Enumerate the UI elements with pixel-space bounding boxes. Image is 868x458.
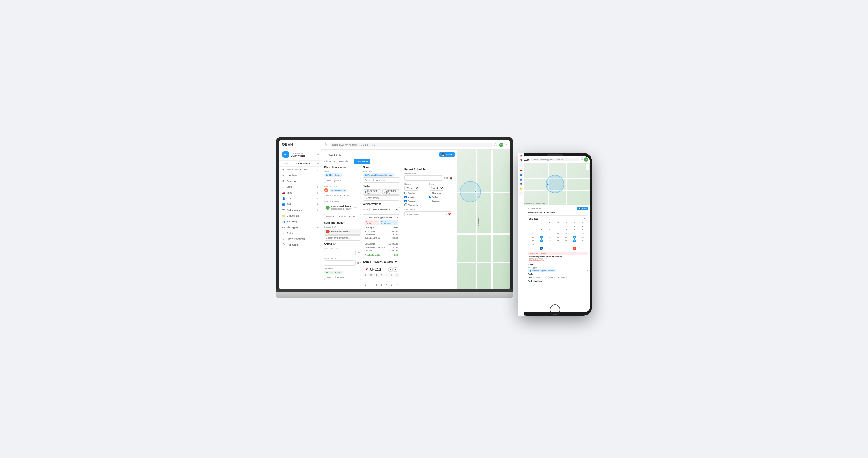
cal-prev-button[interactable]: ‹ xyxy=(389,267,393,271)
p-cal-day-cell[interactable]: 28 xyxy=(562,239,570,243)
care-plan-task-chip[interactable]: 👤 CARE PLAN TA... xyxy=(363,189,381,195)
sidebar-item-scheduling[interactable]: ⊞ Scheduling xyxy=(279,178,321,184)
sidebar-item-documents[interactable]: 📁 Documents xyxy=(279,213,321,219)
sidebar-item-clients[interactable]: 👤 Clients + xyxy=(279,196,321,201)
p-cal-day-cell[interactable]: 12 xyxy=(546,232,554,235)
p-cal-next-cell[interactable]: 1 xyxy=(537,247,545,250)
p-cal-day-cell[interactable]: 11 xyxy=(537,232,545,235)
sidebar-item-super-admin[interactable]: ⊞ Super Administrator ⌄⌄ xyxy=(279,167,321,172)
p-cal-day-cell[interactable]: 14 xyxy=(562,232,570,235)
sidebar-item-staff[interactable]: 👥 Staff + xyxy=(279,201,321,207)
scheduled-start-input[interactable]: 04 : 00 PM xyxy=(324,250,355,255)
p-cal-day-cell[interactable]: 31 xyxy=(529,243,537,247)
cal-day-cell[interactable]: 9 xyxy=(395,282,400,287)
sidebar-item-reporting[interactable]: 📊 Reporting xyxy=(279,219,321,225)
p-cal-day-cell[interactable]: 23 xyxy=(579,235,587,239)
sidebar-item-dashboard[interactable]: ⊟ Dashboard xyxy=(279,172,321,178)
group-selector[interactable]: Group: GEōH Demo ▾ xyxy=(279,161,321,167)
cal-next-button[interactable]: › xyxy=(393,267,397,271)
p-cal-day-cell[interactable]: 24 xyxy=(529,239,537,243)
p-cal-day-cell[interactable]: 9 xyxy=(579,228,587,232)
p-cal-day-cell[interactable]: 21 xyxy=(562,235,570,239)
p-cal-day-cell[interactable]: 25 xyxy=(537,239,545,243)
user-chevron-icon[interactable]: ▾ xyxy=(317,154,318,156)
expand-icon[interactable]: ⌄⌄ xyxy=(314,168,318,171)
cal-day-cell[interactable]: 3 xyxy=(363,282,368,287)
new-visit-button[interactable]: New Visit xyxy=(337,159,351,164)
back-link[interactable]: ← New Series xyxy=(324,153,341,156)
cal-day-cell[interactable]: 4 xyxy=(368,282,374,287)
p-cal-day-cell[interactable]: 5 xyxy=(546,228,554,232)
monday-checkbox[interactable] xyxy=(404,196,407,198)
p-cal-day-cell[interactable]: 15 xyxy=(570,232,579,235)
next-auth-button[interactable]: › xyxy=(397,216,398,219)
end-series-input[interactable] xyxy=(406,213,442,216)
remove-staff-button[interactable]: ✕ xyxy=(357,230,359,233)
friday-checkbox[interactable] xyxy=(429,196,431,198)
cal-day-cell[interactable]: 2 xyxy=(395,277,400,282)
add-visit-icon[interactable]: + xyxy=(317,185,318,189)
visit-type-task-chip[interactable]: ◎ VISIT TYPE TA... xyxy=(382,189,400,195)
visit-type-chip[interactable]: Personal Support Services xyxy=(363,173,395,177)
add-auth-icon[interactable]: + xyxy=(317,208,318,211)
cal-day-cell[interactable]: 7 xyxy=(384,282,389,287)
clear-end-series-button[interactable]: ✕ xyxy=(445,213,448,216)
sidebar-item-authorizations[interactable]: 🛡 Authorizations + xyxy=(279,207,321,213)
staff-search-input[interactable] xyxy=(324,235,361,240)
cal-day-cell[interactable]: 14 xyxy=(384,287,389,290)
search-groups-input[interactable] xyxy=(324,178,361,183)
phone-save-button[interactable]: 💾 SAVE xyxy=(577,207,588,210)
group-chip[interactable]: GEōH Demo xyxy=(324,173,342,177)
p-cal-next-cell[interactable]: 6 xyxy=(579,247,587,250)
save-button[interactable]: 💾 SAVE xyxy=(439,152,455,157)
sidebar-item-visit-types[interactable]: 🏷 Visit Types + xyxy=(279,225,321,230)
p-cal-day-cell[interactable]: 17 xyxy=(529,235,537,239)
phone-expand-btn[interactable]: ⛶ xyxy=(586,164,589,170)
p-cal-day-cell[interactable]: 16 xyxy=(579,232,587,235)
p-cal-day-cell[interactable]: 26 xyxy=(546,239,554,243)
p-cal-day-cell[interactable]: 4 xyxy=(537,228,545,232)
p-cal-day-cell[interactable]: 1 xyxy=(570,224,579,228)
tasks-search-input[interactable] xyxy=(363,195,400,201)
new-series-button[interactable]: New Series xyxy=(353,159,370,164)
client-chip[interactable]: Autumn Chase xyxy=(329,189,347,192)
p-cal-day-cell[interactable]: 19 xyxy=(546,235,554,239)
cal-day-cell[interactable]: 5 xyxy=(374,282,379,287)
add-client-icon[interactable]: + xyxy=(317,197,318,200)
user-section[interactable]: DV GEōH Demo Dylan Vester ▾ xyxy=(279,149,321,161)
phone-search-input[interactable] xyxy=(531,158,579,161)
p-cal-day-cell[interactable]: 20 xyxy=(554,235,562,239)
cal-day-cell[interactable]: 12 xyxy=(374,287,379,290)
topbar-chevron-icon[interactable]: ▾ xyxy=(505,143,506,146)
p-cal-day-cell[interactable]: 30 xyxy=(579,239,587,243)
scheduled-end-input[interactable]: 05 : 00 PM xyxy=(324,260,355,266)
sidebar-item-provider-settings[interactable]: ⚙ Provider Settings xyxy=(279,236,321,242)
thursday-checkbox[interactable] xyxy=(429,192,431,194)
sidebar-item-tasks[interactable]: ✓ Tasks xyxy=(279,230,321,236)
phone-cal-next[interactable]: › xyxy=(583,217,587,221)
p-cal-next-cell[interactable]: 2 xyxy=(546,247,554,250)
repeat-select[interactable]: Weekly xyxy=(404,186,419,191)
add-staff-icon[interactable]: + xyxy=(317,203,318,206)
sunday-checkbox[interactable] xyxy=(404,192,407,194)
phone-home-button[interactable] xyxy=(550,304,560,315)
p-cal-day-cell[interactable]: 27 xyxy=(554,239,562,243)
p-cal-next-cell[interactable]: 3 xyxy=(554,247,562,250)
p-cal-day-cell[interactable]: 22 xyxy=(570,235,579,239)
p-cal-day-cell[interactable]: 18 xyxy=(537,235,545,239)
p-cal-day-cell[interactable]: 29 xyxy=(570,239,579,243)
cal-day-cell[interactable]: 11 xyxy=(368,287,374,290)
auth-select[interactable]: Client Authorization xyxy=(369,207,400,212)
cal-day-cell[interactable]: 8 xyxy=(389,282,395,287)
p-cal-day-cell[interactable]: 10 xyxy=(529,232,537,235)
wednesday-checkbox[interactable] xyxy=(404,203,407,206)
client-search-input[interactable] xyxy=(324,193,361,198)
p-cal-day-cell[interactable]: 2 xyxy=(579,224,587,228)
sidebar-item-help[interactable]: ❓ Help Center xyxy=(279,242,321,248)
sidebar-item-trips[interactable]: 🚗 Trips + xyxy=(279,190,321,196)
phone-care-plan-chip[interactable]: 👤 CARE PLAN TASKS xyxy=(528,276,547,279)
p-cal-day-cell[interactable]: 8 xyxy=(570,228,579,232)
cal-day-cell[interactable]: 6 xyxy=(379,282,384,287)
every-select[interactable]: 1 Week xyxy=(429,186,444,191)
cal-day-cell[interactable]: 13 xyxy=(379,287,384,290)
